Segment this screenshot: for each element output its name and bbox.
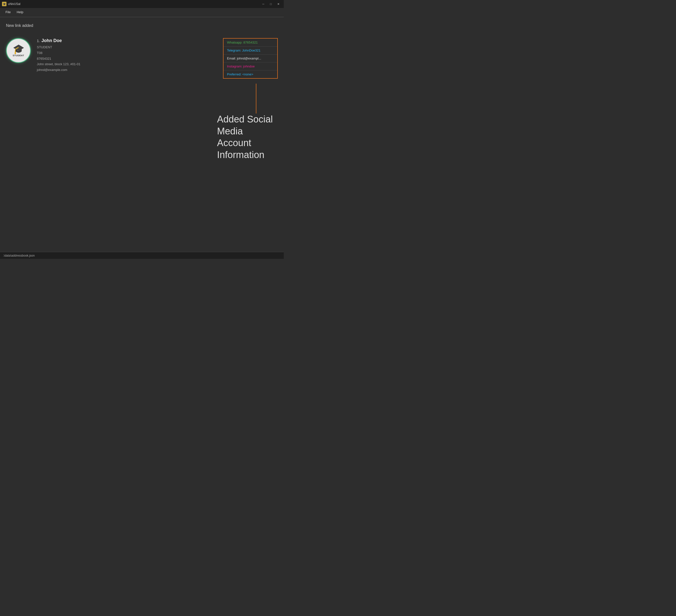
menu-help[interactable]: Help <box>14 9 26 15</box>
menu-bar: File Help <box>0 8 284 16</box>
app-title: uNivUSal <box>8 2 20 6</box>
connector-area <box>0 83 284 113</box>
contact-name-line: 1. John Doe <box>37 38 80 43</box>
contact-index: 1. <box>37 39 40 43</box>
annotation-area: Added Social Media Account Information <box>0 113 284 161</box>
notification-text: New link added <box>6 23 33 28</box>
contact-left: 🎓 STUDENT 1. John Doe STUDENT T08 876543… <box>6 38 80 73</box>
status-bar: .\data\addressbook.json <box>0 252 284 259</box>
social-instagram[interactable]: Instagram: johndoe <box>224 62 277 70</box>
title-bar: 🎓 uNivUSal ─ □ ✕ <box>0 0 284 8</box>
social-telegram[interactable]: Telegram: JohnDoe321 <box>224 47 277 55</box>
social-whatsapp[interactable]: Whatsapp: 87654321 <box>224 39 277 47</box>
app-icon: 🎓 <box>2 2 6 6</box>
connector-line <box>256 83 257 113</box>
avatar-icon: 🎓 <box>13 44 24 54</box>
minimize-button[interactable]: ─ <box>260 1 267 6</box>
window-controls: ─ □ ✕ <box>260 1 282 6</box>
contact-card: 🎓 STUDENT 1. John Doe STUDENT T08 876543… <box>6 35 278 81</box>
status-path: .\data\addressbook.json <box>3 254 35 257</box>
contact-phone: 87654321 <box>37 56 80 61</box>
content-area: 🎓 STUDENT 1. John Doe STUDENT T08 876543… <box>0 33 284 83</box>
social-media-box: Whatsapp: 87654321 Telegram: JohnDoe321 … <box>223 38 278 79</box>
menu-divider <box>0 17 284 17</box>
contact-email: johnd@example.com <box>37 67 80 73</box>
annotation-text: Added Social Media Account Information <box>217 113 273 161</box>
notification-area: New link added <box>0 18 284 33</box>
close-button[interactable]: ✕ <box>275 1 282 6</box>
avatar-label: STUDENT <box>13 54 24 57</box>
menu-file[interactable]: File <box>3 9 13 15</box>
maximize-button[interactable]: □ <box>267 1 274 6</box>
contact-name: John Doe <box>42 38 62 43</box>
contact-group: T08 <box>37 51 80 56</box>
contact-info: 1. John Doe STUDENT T08 87654321 John st… <box>37 38 80 73</box>
social-email[interactable]: Email: johnd@exampl... <box>224 55 277 62</box>
avatar: 🎓 STUDENT <box>6 38 31 63</box>
contact-address: John street, block 123, #01-01 <box>37 62 80 67</box>
social-preferred[interactable]: Preferred: <none> <box>224 70 277 78</box>
title-bar-left: 🎓 uNivUSal <box>2 2 20 6</box>
contact-role: STUDENT <box>37 45 80 50</box>
